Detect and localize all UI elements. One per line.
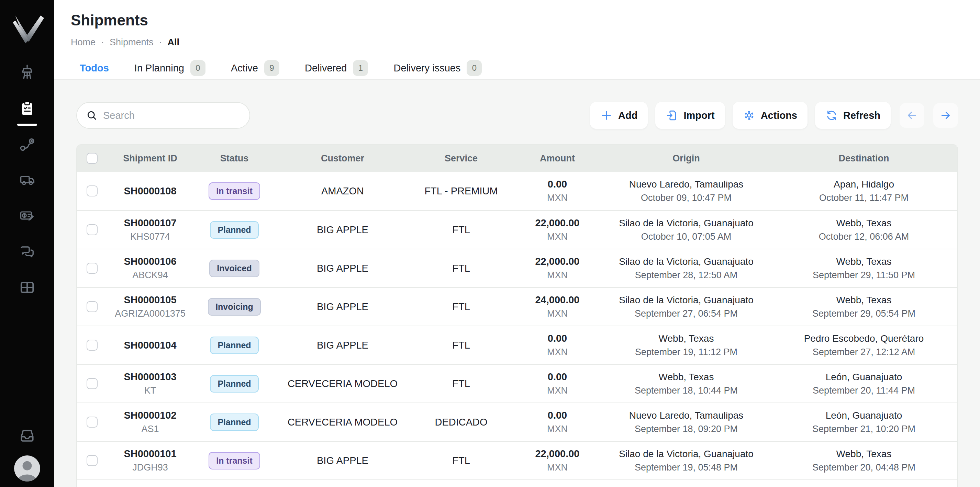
column-header-status[interactable]: Status bbox=[193, 153, 275, 164]
shipment-reference: KHS0774 bbox=[130, 232, 170, 242]
amount-value: 0.00 bbox=[548, 410, 567, 421]
table-row[interactable]: SH0000104 Planned BIG APPLE FTL 0.00 MXN… bbox=[77, 325, 957, 364]
origin-city: Webb, Texas bbox=[659, 333, 714, 344]
destination-date: September 21, 10:20 PM bbox=[812, 424, 915, 435]
shipment-id[interactable]: SH0000107 bbox=[124, 217, 176, 229]
tab-count-badge: 0 bbox=[467, 60, 482, 76]
column-header-customer[interactable]: Customer bbox=[275, 153, 410, 164]
import-button-label: Import bbox=[684, 110, 714, 121]
column-header-service[interactable]: Service bbox=[410, 153, 513, 164]
row-checkbox[interactable] bbox=[87, 263, 98, 274]
column-header-origin[interactable]: Origin bbox=[602, 153, 770, 164]
shipment-reference: JDGH93 bbox=[132, 462, 168, 473]
table-row[interactable]: SH0000103 KT Planned CERVECERIA MODELO F… bbox=[77, 364, 957, 403]
table-row[interactable]: SH0000106 ABCK94 Invoiced BIG APPLE FTL … bbox=[77, 249, 957, 287]
destination-city: Pedro Escobedo, Querétaro bbox=[804, 333, 924, 344]
table-row[interactable]: SH0000101 JDGH93 In transit BIG APPLE FT… bbox=[77, 441, 957, 479]
status-badge: Planned bbox=[210, 336, 258, 354]
invoice-pen-icon bbox=[19, 208, 35, 224]
table-row[interactable]: SH0000108 In transit AMAZON FTL - PREMIU… bbox=[77, 172, 957, 210]
actions-button[interactable]: Actions bbox=[733, 102, 808, 129]
amount-value: 22,000.00 bbox=[535, 256, 579, 267]
row-checkbox[interactable] bbox=[87, 339, 98, 351]
origin-city: Nuevo Laredo, Tamaulipas bbox=[629, 179, 744, 190]
next-page-button[interactable] bbox=[933, 103, 958, 128]
sidebar-item-board[interactable] bbox=[0, 279, 54, 296]
select-all-checkbox[interactable] bbox=[87, 153, 98, 164]
amount-currency: MXN bbox=[547, 270, 568, 281]
customer-name: CERVECERIA MODELO bbox=[275, 378, 410, 389]
sidebar-item-routes[interactable] bbox=[0, 137, 54, 153]
tab-label: Todos bbox=[80, 62, 109, 74]
breadcrumb-home[interactable]: Home bbox=[71, 37, 95, 48]
service-type: FTL - PREMIUM bbox=[410, 186, 513, 197]
sidebar bbox=[0, 0, 54, 487]
sidebar-item-control-tower[interactable] bbox=[0, 63, 54, 80]
column-header-destination[interactable]: Destination bbox=[770, 153, 957, 164]
row-checkbox[interactable] bbox=[87, 186, 98, 197]
service-type: DEDICADO bbox=[410, 417, 513, 428]
service-type: FTL bbox=[410, 301, 513, 313]
amount-value: 24,000.00 bbox=[535, 294, 579, 306]
sidebar-item-invoices[interactable] bbox=[0, 208, 54, 224]
prev-page-button[interactable] bbox=[900, 103, 924, 128]
breadcrumb-separator: · bbox=[101, 37, 104, 48]
sidebar-item-chat[interactable] bbox=[0, 243, 54, 260]
shipment-reference: ABCK94 bbox=[132, 270, 168, 281]
column-header-amount[interactable]: Amount bbox=[513, 153, 602, 164]
status-badge: Invoiced bbox=[209, 260, 259, 277]
refresh-button-label: Refresh bbox=[843, 110, 880, 121]
amount-value: 22,000.00 bbox=[535, 217, 579, 229]
sidebar-item-shipments[interactable] bbox=[0, 100, 54, 117]
row-checkbox[interactable] bbox=[87, 417, 98, 428]
page-title: Shipments bbox=[71, 12, 980, 29]
shipment-id[interactable]: SH0000108 bbox=[124, 186, 176, 197]
destination-city: Webb, Texas bbox=[836, 295, 892, 306]
origin-date: September 18, 10:44 PM bbox=[635, 385, 738, 396]
tab-count-badge: 1 bbox=[353, 60, 368, 76]
sidebar-item-inbox[interactable] bbox=[0, 427, 54, 444]
status-badge: In transit bbox=[208, 452, 260, 470]
shipment-id[interactable]: SH0000104 bbox=[124, 339, 176, 351]
table-row[interactable]: SH0000107 KHS0774 Planned BIG APPLE FTL … bbox=[77, 210, 957, 249]
amount-currency: MXN bbox=[547, 193, 568, 203]
column-header-shipment-id[interactable]: Shipment ID bbox=[107, 153, 193, 164]
breadcrumb-shipments[interactable]: Shipments bbox=[110, 37, 154, 48]
shipment-reference: AGRIZA0001375 bbox=[115, 308, 186, 319]
search-box[interactable] bbox=[76, 102, 250, 129]
origin-date: September 19, 11:12 PM bbox=[635, 347, 737, 357]
arrow-right-icon bbox=[939, 109, 952, 122]
table-row[interactable]: SH0000100 22,000.00 Silao de la Victoria… bbox=[77, 479, 957, 487]
amount-currency: MXN bbox=[547, 424, 568, 435]
destination-city: León, Guanajuato bbox=[826, 371, 902, 382]
row-checkbox[interactable] bbox=[87, 455, 98, 466]
add-button[interactable]: Add bbox=[590, 102, 648, 129]
destination-city: Webb, Texas bbox=[836, 256, 892, 267]
service-type: FTL bbox=[410, 263, 513, 274]
control-tower-icon bbox=[19, 63, 35, 80]
shipment-id[interactable]: SH0000101 bbox=[124, 448, 176, 460]
shipment-id[interactable]: SH0000103 bbox=[124, 371, 176, 382]
table-row[interactable]: SH0000105 AGRIZA0001375 Invoicing BIG AP… bbox=[77, 287, 957, 325]
shipment-id[interactable]: SH0000105 bbox=[124, 294, 176, 306]
tab-count-badge: 0 bbox=[190, 60, 205, 76]
table-row[interactable]: SH0000102 AS1 Planned CERVECERIA MODELO … bbox=[77, 403, 957, 441]
customer-name: BIG APPLE bbox=[275, 339, 410, 351]
shipment-id[interactable]: SH0000102 bbox=[124, 410, 176, 421]
sidebar-item-fleet[interactable] bbox=[0, 172, 54, 188]
search-input[interactable] bbox=[103, 110, 240, 121]
amount-currency: MXN bbox=[547, 232, 568, 242]
tab-label: Active bbox=[231, 62, 258, 74]
refresh-icon bbox=[826, 109, 838, 122]
user-avatar[interactable] bbox=[14, 455, 40, 482]
origin-city: Webb, Texas bbox=[659, 371, 714, 382]
row-checkbox[interactable] bbox=[87, 224, 98, 235]
breadcrumb-separator: · bbox=[159, 37, 162, 48]
refresh-button[interactable]: Refresh bbox=[815, 102, 891, 129]
import-button[interactable]: Import bbox=[655, 102, 725, 129]
row-checkbox[interactable] bbox=[87, 301, 98, 312]
row-checkbox[interactable] bbox=[87, 378, 98, 389]
shipment-id[interactable]: SH0000106 bbox=[124, 256, 176, 267]
destination-city: Webb, Texas bbox=[836, 218, 892, 229]
plus-icon bbox=[600, 109, 612, 122]
